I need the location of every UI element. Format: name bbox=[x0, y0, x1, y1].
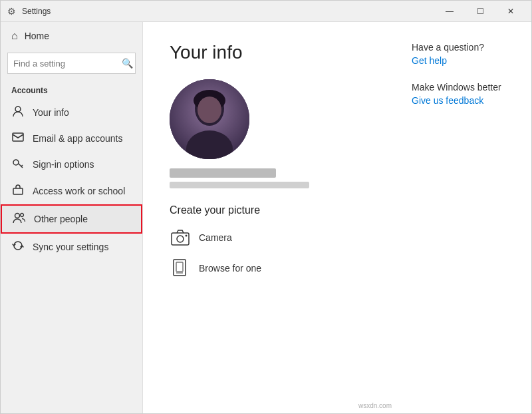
sign-in-options-label: Sign-in options bbox=[33, 159, 94, 170]
camera-label: Camera bbox=[199, 232, 232, 243]
settings-icon: ⚙ bbox=[6, 6, 17, 17]
give-feedback-link[interactable]: Give us feedback bbox=[412, 95, 483, 106]
close-button[interactable]: ✕ bbox=[495, 1, 526, 22]
have-question-label: Have a question? bbox=[412, 42, 518, 53]
briefcase-icon bbox=[11, 184, 25, 198]
get-help-link[interactable]: Get help bbox=[412, 55, 447, 66]
svg-point-4 bbox=[15, 214, 20, 218]
sidebar-item-other-people[interactable]: Other people bbox=[1, 204, 142, 234]
other-people-label: Other people bbox=[34, 214, 88, 224]
email-icon bbox=[11, 132, 25, 145]
browse-option[interactable]: Browse for one bbox=[170, 258, 372, 279]
sidebar-item-your-info[interactable]: Your info bbox=[1, 99, 142, 126]
your-info-label: Your info bbox=[33, 107, 69, 118]
svg-rect-15 bbox=[176, 262, 183, 272]
main-content: Your info bbox=[143, 22, 398, 413]
access-work-school-label: Access work or school bbox=[33, 186, 125, 196]
svg-rect-3 bbox=[13, 188, 23, 194]
camera-icon bbox=[170, 227, 191, 248]
sync-settings-label: Sync your settings bbox=[33, 242, 108, 252]
browse-label: Browse for one bbox=[199, 263, 261, 274]
svg-point-12 bbox=[177, 236, 184, 242]
user-name bbox=[170, 168, 276, 178]
key-icon bbox=[11, 157, 25, 172]
camera-option[interactable]: Camera bbox=[170, 227, 372, 248]
accounts-section-label: Accounts bbox=[1, 82, 142, 99]
avatar-image bbox=[170, 79, 249, 159]
avatar[interactable] bbox=[170, 79, 249, 159]
svg-rect-1 bbox=[13, 133, 23, 141]
page-title: Your info bbox=[170, 42, 372, 63]
watermark: wsxdn.com bbox=[358, 402, 392, 409]
svg-point-2 bbox=[13, 160, 19, 165]
home-label: Home bbox=[25, 31, 49, 41]
app-body: ⌂ Home 🔍 Accounts Your info bbox=[1, 22, 531, 413]
search-box: 🔍 bbox=[7, 53, 136, 74]
sidebar-item-sync-settings[interactable]: Sync your settings bbox=[1, 234, 142, 260]
sidebar-item-email-app-accounts[interactable]: Email & app accounts bbox=[1, 126, 142, 151]
svg-point-10 bbox=[198, 97, 221, 123]
avatar-silhouette bbox=[170, 79, 249, 159]
sidebar: ⌂ Home 🔍 Accounts Your info bbox=[1, 22, 143, 413]
email-app-accounts-label: Email & app accounts bbox=[33, 133, 122, 144]
window-controls: — ☐ ✕ bbox=[434, 1, 526, 22]
right-panel: Have a question? Get help Make Windows b… bbox=[398, 22, 531, 413]
settings-window: ⚙ Settings — ☐ ✕ ⌂ Home 🔍 Accounts bbox=[0, 0, 532, 414]
people-icon bbox=[13, 212, 26, 226]
sidebar-item-access-work-school[interactable]: Access work or school bbox=[1, 178, 142, 204]
have-question-section: Have a question? Get help bbox=[412, 42, 518, 66]
home-icon: ⌂ bbox=[11, 30, 18, 42]
create-picture-title: Create your picture bbox=[170, 204, 372, 216]
maximize-button[interactable]: ☐ bbox=[465, 1, 495, 22]
svg-point-0 bbox=[15, 106, 21, 112]
sync-icon bbox=[11, 240, 25, 254]
search-icon[interactable]: 🔍 bbox=[122, 58, 133, 69]
sidebar-item-sign-in-options[interactable]: Sign-in options bbox=[1, 151, 142, 178]
make-windows-better-label: Make Windows better bbox=[412, 82, 518, 93]
your-info-icon bbox=[11, 105, 25, 120]
avatar-section bbox=[170, 79, 372, 188]
svg-point-13 bbox=[186, 235, 188, 237]
user-email bbox=[170, 182, 309, 188]
window-title: Settings bbox=[22, 7, 434, 16]
search-input[interactable] bbox=[7, 53, 136, 74]
browse-icon bbox=[170, 258, 191, 279]
make-windows-better-section: Make Windows better Give us feedback bbox=[412, 82, 518, 106]
title-bar: ⚙ Settings — ☐ ✕ bbox=[1, 1, 531, 22]
minimize-button[interactable]: — bbox=[434, 1, 465, 22]
svg-point-5 bbox=[21, 214, 24, 217]
sidebar-item-home[interactable]: ⌂ Home bbox=[1, 22, 142, 50]
